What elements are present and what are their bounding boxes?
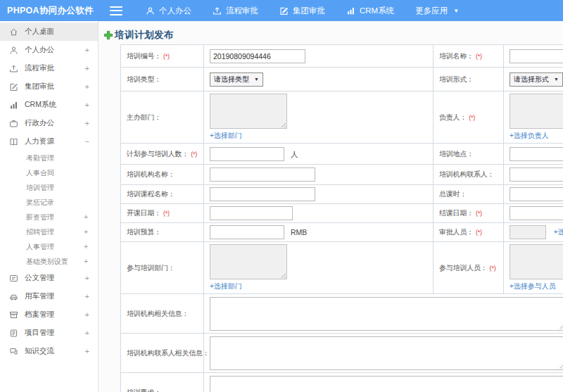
- form-row: 培训预算： RMB 审批人员：(*) +选择审批人员: [121, 223, 563, 242]
- form-row: 计划参与培训人数：(*) 人 培训地点：: [121, 144, 563, 165]
- sidebar-item-crm[interactable]: CRM系统 +: [0, 96, 98, 114]
- course-name-input[interactable]: [210, 187, 315, 201]
- topnav-personal-office[interactable]: 个人办公: [146, 6, 191, 16]
- expand-icon[interactable]: +: [85, 64, 89, 72]
- sidebar-item-vehicle[interactable]: 用车管理 +: [0, 287, 98, 305]
- org-info-textarea[interactable]: [210, 297, 563, 331]
- select-approver-link[interactable]: +选择审批人员: [554, 228, 563, 236]
- requirements-label: 培训要求：: [121, 373, 204, 392]
- sidebar-item-documents[interactable]: 公文管理 +: [0, 269, 98, 287]
- sidebar-item-archives[interactable]: 档案管理 +: [0, 305, 98, 324]
- sidebar-item-workflow-approval[interactable]: 流程审批 +: [0, 59, 98, 77]
- caret-down-icon: ▼: [453, 8, 459, 14]
- expand-icon[interactable]: +: [85, 329, 89, 337]
- start-date-input[interactable]: [210, 206, 293, 220]
- sidebar-subitem-rewards[interactable]: 奖惩记录: [0, 195, 98, 210]
- sidebar-item-hr[interactable]: 人力资源 −: [0, 132, 98, 151]
- training-type-label: 培训类型：: [121, 68, 204, 91]
- resize-handle[interactable]: [557, 323, 563, 329]
- edit-icon: [8, 82, 19, 92]
- expand-icon[interactable]: +: [85, 46, 89, 54]
- training-number-label: 培训编号：(*): [121, 45, 204, 68]
- hamburger-menu-icon[interactable]: [110, 6, 122, 15]
- expand-icon[interactable]: +: [84, 258, 88, 265]
- sidebar-item-group-approval[interactable]: 集团审批 +: [0, 77, 98, 96]
- select-leader-link[interactable]: +选择负责人: [510, 131, 563, 141]
- sidebar-subitem-salary[interactable]: 薪资管理 +: [0, 210, 98, 225]
- join-person-box[interactable]: [510, 244, 563, 279]
- topbar: PHPOA协同办公软件 个人办公 流程审批 集团审批 CRM系统 更多应用 ▼: [0, 0, 563, 21]
- count-unit: 人: [291, 150, 298, 158]
- place-label: 培训地点：: [434, 144, 504, 165]
- sidebar-item-knowledge[interactable]: 知识交流 +: [0, 342, 98, 360]
- form-row: 开课日期：(*) 结课日期：(*): [121, 204, 563, 223]
- home-icon: [8, 27, 19, 37]
- leader-label: 负责人：(*): [434, 91, 504, 144]
- expand-icon[interactable]: +: [85, 292, 89, 301]
- expand-icon[interactable]: +: [85, 101, 89, 109]
- budget-unit: RMB: [291, 228, 307, 236]
- expand-icon[interactable]: +: [85, 310, 89, 319]
- expand-icon[interactable]: +: [85, 347, 89, 355]
- budget-input[interactable]: [210, 225, 284, 239]
- sidebar-subitem-training[interactable]: 培训管理: [0, 180, 98, 195]
- main-content: 培训计划发布 培训编号：(*) 培训名称：(*) 培训类型： 请选择类型▼ 培训…: [99, 21, 563, 392]
- expand-icon[interactable]: +: [85, 119, 89, 127]
- expand-icon[interactable]: +: [85, 274, 89, 282]
- upload-icon: [213, 6, 222, 15]
- org-contact-input[interactable]: [510, 167, 563, 182]
- expand-icon[interactable]: +: [84, 213, 88, 221]
- resize-handle[interactable]: [279, 272, 286, 278]
- sidebar-subitem-attendance[interactable]: 考勤管理: [0, 151, 98, 165]
- training-mode-label: 培训形式：: [434, 68, 504, 91]
- approver-box[interactable]: [510, 225, 546, 239]
- topnav-more-apps[interactable]: 更多应用 ▼: [415, 6, 459, 16]
- org-info-label: 培训机构相关信息：: [121, 294, 204, 334]
- place-input[interactable]: [510, 147, 563, 161]
- requirements-textarea[interactable]: [210, 376, 563, 392]
- topnav-crm[interactable]: CRM系统: [346, 6, 394, 16]
- expand-icon[interactable]: +: [84, 243, 88, 251]
- sidebar-subitem-recruit[interactable]: 招聘管理 +: [0, 225, 98, 239]
- form-row: 培训机构相关信息：: [121, 294, 563, 334]
- select-dept-link[interactable]: +选择部门: [210, 131, 427, 141]
- collapse-icon[interactable]: −: [85, 137, 89, 146]
- sidebar-item-projects[interactable]: 项目管理 +: [0, 324, 98, 342]
- sidebar-item-personal-office[interactable]: 个人办公 +: [0, 41, 98, 59]
- host-dept-box[interactable]: [210, 94, 287, 129]
- training-name-input[interactable]: [510, 49, 563, 63]
- expand-icon[interactable]: +: [85, 82, 89, 91]
- form-row: 培训编号：(*) 培训名称：(*): [121, 45, 563, 68]
- total-hours-input[interactable]: [510, 187, 563, 201]
- org-contact-info-textarea[interactable]: [210, 336, 563, 370]
- form-row: 培训要求：: [121, 373, 563, 392]
- join-dept-box[interactable]: [210, 244, 287, 279]
- expand-icon[interactable]: +: [84, 228, 88, 236]
- form-row: 参与培训部门： +选择部门 参与培训人员：(*) +选择参与人员: [121, 242, 563, 294]
- select-join-dept-link[interactable]: +选择部门: [210, 282, 427, 291]
- topnav-group-approval[interactable]: 集团审批: [279, 6, 325, 16]
- resize-handle[interactable]: [279, 121, 286, 127]
- chat-icon: [8, 346, 19, 357]
- sidebar-item-admin-office[interactable]: 行政办公 +: [0, 114, 98, 132]
- sidebar-subitem-hr-contract[interactable]: 人事合同: [0, 165, 98, 180]
- caret-down-icon: ▼: [554, 77, 559, 82]
- training-type-select[interactable]: 请选择类型▼: [210, 72, 263, 87]
- topnav-workflow-approval[interactable]: 流程审批: [213, 6, 258, 16]
- training-number-input[interactable]: [210, 49, 305, 63]
- sidebar: 个人桌面 个人办公 + 流程审批 + 集团审批 + CRM系统 + 行政办公: [0, 21, 99, 392]
- end-date-input[interactable]: [510, 206, 563, 220]
- org-name-input[interactable]: [210, 167, 315, 182]
- org-name-label: 培训机构名称：: [121, 165, 204, 185]
- select-join-person-link[interactable]: +选择参与人员: [510, 282, 563, 291]
- sidebar-item-personal-desktop[interactable]: 个人桌面: [0, 23, 98, 41]
- training-mode-select[interactable]: 请选择形式▼: [510, 72, 563, 87]
- leader-box[interactable]: [510, 94, 563, 129]
- sidebar-subitem-base-category[interactable]: 基础类别设置 +: [0, 254, 98, 269]
- bar-chart-icon: [346, 6, 355, 15]
- resize-handle[interactable]: [557, 362, 563, 369]
- join-dept-label: 参与培训部门：: [121, 242, 204, 294]
- org-contact-info-label: 培训机构联系人相关信息：: [121, 334, 204, 373]
- sidebar-subitem-personnel[interactable]: 人事管理 +: [0, 239, 98, 254]
- planned-count-input[interactable]: [210, 147, 284, 161]
